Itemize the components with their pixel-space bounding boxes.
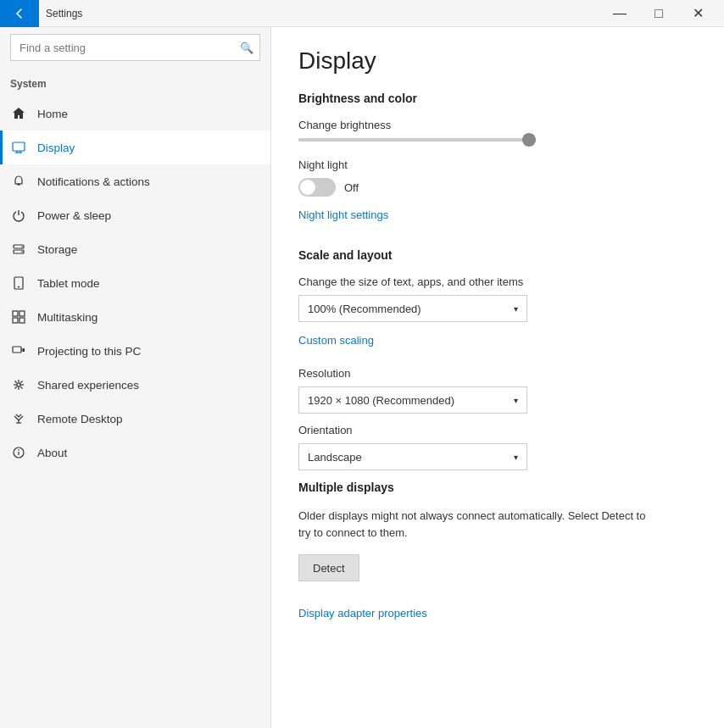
multiple-displays-title: Multiple displays	[298, 481, 697, 494]
storage-label: Storage	[37, 243, 77, 256]
storage-icon	[10, 241, 27, 258]
main-panel: Display Brightness and color Change brig…	[271, 27, 724, 728]
night-light-settings-link[interactable]: Night light settings	[298, 208, 388, 221]
night-light-toggle[interactable]	[298, 178, 336, 197]
about-icon	[10, 444, 27, 461]
orientation-dropdown-arrow: ▾	[514, 453, 518, 462]
resolution-label: Resolution	[298, 367, 697, 380]
shared-label: Shared experiences	[37, 379, 139, 392]
multiple-displays-desc: Older displays might not always connect …	[298, 508, 654, 541]
svg-line-25	[20, 386, 23, 389]
svg-point-19	[17, 383, 20, 386]
brightness-slider-track	[298, 138, 536, 142]
settings-window: Settings — □ ✕ 🔍 System Home	[0, 0, 724, 728]
display-adapter-link[interactable]: Display adapter properties	[298, 607, 427, 620]
multitasking-icon	[10, 308, 27, 325]
brightness-section: Brightness and color Change brightness N…	[298, 92, 697, 242]
svg-point-8	[21, 251, 23, 253]
resolution-dropdown-value: 1920 × 1080 (Recommended)	[308, 394, 454, 407]
size-dropdown-value: 100% (Recommended)	[308, 303, 421, 315]
remote-label: Remote Desktop	[37, 413, 123, 425]
home-icon	[10, 105, 27, 122]
svg-line-24	[15, 381, 18, 384]
night-light-label: Night light	[298, 158, 697, 171]
search-input[interactable]	[10, 34, 260, 61]
notifications-icon	[10, 173, 27, 190]
projecting-label: Projecting to this PC	[37, 345, 141, 358]
size-label: Change the size of text, apps, and other…	[298, 275, 697, 288]
about-label: About	[37, 447, 67, 459]
sidebar-item-tablet[interactable]: Tablet mode	[0, 266, 270, 300]
detect-button[interactable]: Detect	[298, 554, 359, 581]
titlebar: Settings — □ ✕	[0, 0, 724, 27]
sidebar-section-label: System	[0, 75, 270, 97]
shared-icon	[10, 376, 27, 393]
sidebar-item-notifications[interactable]: Notifications & actions	[0, 164, 270, 198]
notifications-label: Notifications & actions	[37, 175, 150, 188]
display-icon	[10, 139, 27, 156]
sidebar-item-projecting[interactable]: Projecting to this PC	[0, 334, 270, 368]
tablet-label: Tablet mode	[37, 277, 100, 290]
sidebar-item-about[interactable]: About	[0, 436, 270, 470]
size-dropdown[interactable]: 100% (Recommended) ▾	[298, 295, 527, 322]
sidebar-item-display[interactable]: Display	[0, 131, 270, 164]
brightness-slider-thumb[interactable]	[522, 133, 536, 147]
night-light-state: Off	[344, 181, 359, 194]
multitasking-label: Multitasking	[37, 311, 97, 324]
search-icon: 🔍	[240, 42, 253, 54]
close-button[interactable]: ✕	[678, 0, 717, 27]
display-label: Display	[37, 142, 75, 154]
power-label: Power & sleep	[37, 209, 111, 222]
back-button[interactable]	[0, 0, 39, 27]
remote-icon	[10, 410, 27, 427]
resolution-dropdown-arrow: ▾	[514, 396, 518, 405]
svg-rect-16	[23, 348, 25, 352]
tablet-icon	[10, 275, 27, 292]
power-icon	[10, 207, 27, 224]
svg-point-32	[18, 449, 19, 451]
multiple-displays-section: Multiple displays Older displays might n…	[298, 481, 697, 640]
sidebar-item-home[interactable]: Home	[0, 97, 270, 131]
projecting-icon	[10, 342, 27, 359]
window-controls: — □ ✕	[600, 0, 717, 27]
brightness-section-title: Brightness and color	[298, 92, 697, 105]
scale-layout-section: Scale and layout Change the size of text…	[298, 248, 697, 470]
search-container: 🔍	[10, 34, 260, 61]
custom-scaling-link[interactable]: Custom scaling	[298, 334, 374, 347]
svg-rect-14	[19, 318, 25, 323]
size-dropdown-arrow: ▾	[514, 304, 518, 314]
sidebar-item-storage[interactable]: Storage	[0, 232, 270, 266]
brightness-slider-container	[298, 138, 697, 142]
scale-section-title: Scale and layout	[298, 248, 697, 262]
night-light-row: Off	[298, 178, 697, 197]
orientation-dropdown[interactable]: Landscape ▾	[298, 443, 527, 470]
svg-line-26	[20, 381, 23, 384]
svg-line-27	[15, 386, 18, 389]
home-label: Home	[37, 108, 68, 120]
svg-rect-15	[13, 347, 21, 353]
resolution-dropdown[interactable]: 1920 × 1080 (Recommended) ▾	[298, 386, 527, 414]
svg-rect-11	[13, 311, 18, 316]
brightness-label: Change brightness	[298, 119, 697, 131]
orientation-label: Orientation	[298, 424, 697, 436]
sidebar-item-remote[interactable]: Remote Desktop	[0, 402, 270, 436]
orientation-dropdown-value: Landscape	[308, 451, 362, 464]
brightness-slider-fill	[298, 138, 500, 142]
svg-rect-13	[13, 318, 18, 323]
sidebar-item-multitasking[interactable]: Multitasking	[0, 300, 270, 334]
sidebar-item-shared[interactable]: Shared experiences	[0, 368, 270, 402]
svg-rect-12	[19, 311, 25, 316]
content-area: 🔍 System Home	[0, 27, 724, 728]
sidebar: 🔍 System Home	[0, 27, 271, 728]
window-title: Settings	[46, 8, 600, 19]
toggle-knob	[300, 180, 315, 195]
maximize-button[interactable]: □	[639, 0, 678, 27]
sidebar-item-power[interactable]: Power & sleep	[0, 198, 270, 232]
svg-point-7	[21, 246, 23, 247]
svg-rect-0	[13, 142, 25, 151]
page-title: Display	[298, 47, 697, 75]
minimize-button[interactable]: —	[600, 0, 639, 27]
